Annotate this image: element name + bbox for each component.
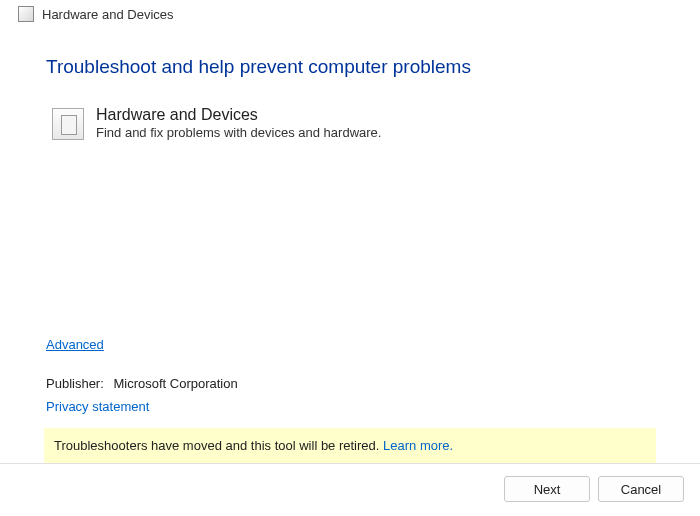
learn-more-link[interactable]: Learn more.	[383, 438, 453, 453]
privacy-link[interactable]: Privacy statement	[46, 399, 654, 414]
page-heading: Troubleshoot and help prevent computer p…	[46, 56, 654, 78]
troubleshooter-desc: Find and fix problems with devices and h…	[96, 125, 381, 140]
notice-bar: Troubleshooters have moved and this tool…	[44, 428, 656, 463]
hardware-icon	[52, 108, 84, 140]
publisher-label: Publisher:	[46, 376, 104, 391]
titlebar: Hardware and Devices	[0, 0, 700, 26]
content-area: Troubleshoot and help prevent computer p…	[0, 26, 700, 463]
cancel-button[interactable]: Cancel	[598, 476, 684, 502]
app-icon	[18, 6, 34, 22]
troubleshooter-title: Hardware and Devices	[96, 106, 381, 124]
notice-text: Troubleshooters have moved and this tool…	[54, 438, 383, 453]
publisher-row: Publisher: Microsoft Corporation	[46, 376, 654, 391]
footer: Next Cancel	[0, 463, 700, 516]
window-title: Hardware and Devices	[42, 7, 174, 22]
advanced-link[interactable]: Advanced	[46, 337, 654, 352]
publisher-value: Microsoft Corporation	[113, 376, 237, 391]
troubleshooter-text: Hardware and Devices Find and fix proble…	[96, 106, 381, 140]
troubleshooter-item: Hardware and Devices Find and fix proble…	[52, 106, 654, 140]
next-button[interactable]: Next	[504, 476, 590, 502]
